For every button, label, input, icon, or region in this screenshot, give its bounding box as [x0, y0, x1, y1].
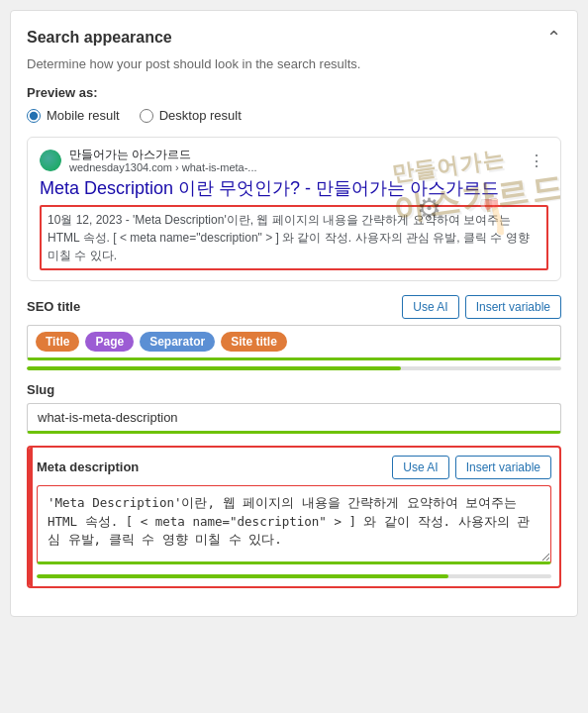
tag-page[interactable]: Page	[85, 332, 134, 352]
seo-title-tags-container[interactable]: Title Page Separator Site title	[27, 325, 561, 360]
site-favicon	[40, 150, 61, 171]
seo-title-actions: Use AI Insert variable	[402, 295, 561, 319]
slug-header: Slug	[27, 382, 561, 397]
preview-label: Preview as:	[27, 85, 561, 100]
slug-label: Slug	[27, 382, 54, 397]
tag-title[interactable]: Title	[36, 332, 79, 352]
seo-title-use-ai-button[interactable]: Use AI	[402, 295, 458, 319]
desktop-result-label: Desktop result	[159, 108, 242, 123]
meta-desc-insert-variable-button[interactable]: Insert variable	[455, 456, 551, 479]
site-info: 만들어가는 아스가르드 wednesday1304.com › what-is-…	[69, 148, 517, 173]
panel-subtitle: Determine how your post should look in t…	[27, 56, 561, 71]
seo-title-field: SEO title Use AI Insert variable Title P…	[27, 295, 561, 370]
mobile-result-option[interactable]: Mobile result	[27, 108, 120, 123]
collapse-icon[interactable]: ⌃	[546, 27, 561, 49]
slug-field: Slug	[27, 382, 561, 434]
meta-desc-left-accent	[29, 448, 33, 586]
seo-title-insert-variable-button[interactable]: Insert variable	[465, 295, 561, 319]
search-appearance-panel: Search appearance ⌃ Determine how your p…	[10, 10, 578, 617]
preview-options: Mobile result Desktop result	[27, 108, 561, 123]
site-name: 만들어가는 아스가르드	[69, 148, 517, 161]
search-result-title[interactable]: Meta Description 이란 무엇인가? - 만들어가는 아스가르드	[40, 177, 548, 200]
seo-title-label: SEO title	[27, 299, 80, 314]
search-preview-top: 만들어가는 아스가르드 wednesday1304.com › what-is-…	[40, 148, 548, 173]
site-url: wednesday1304.com › what-is-meta-...	[69, 161, 517, 173]
seo-title-progress-bar	[27, 366, 401, 370]
meta-desc-progress-bar	[37, 574, 448, 578]
seo-title-header: SEO title Use AI Insert variable	[27, 295, 561, 319]
search-preview-card: 만들어가는 아스가르드 wednesday1304.com › what-is-…	[27, 137, 561, 281]
meta-description-header: Meta description Use AI Insert variable	[37, 456, 551, 479]
more-options-icon[interactable]: ⋮	[525, 152, 548, 170]
meta-description-field: Meta description Use AI Insert variable …	[27, 446, 561, 588]
meta-description-actions: Use AI Insert variable	[392, 456, 551, 479]
tag-separator[interactable]: Separator	[140, 332, 215, 352]
tag-site-title[interactable]: Site title	[221, 332, 287, 352]
meta-description-textarea[interactable]: 'Meta Description'이란, 웹 페이지의 내용을 간략하게 요약…	[37, 485, 551, 564]
panel-header: Search appearance ⌃	[27, 27, 561, 49]
meta-description-label: Meta description	[37, 459, 139, 474]
wheel-icon: ⚙	[417, 192, 441, 225]
panel-title: Search appearance	[27, 29, 172, 47]
meta-desc-use-ai-button[interactable]: Use AI	[392, 456, 448, 479]
seo-title-progress-container	[27, 366, 561, 370]
desktop-result-option[interactable]: Desktop result	[140, 108, 242, 123]
desktop-radio[interactable]	[140, 109, 153, 123]
mobile-radio[interactable]	[27, 109, 41, 123]
slug-input[interactable]	[27, 403, 561, 434]
mobile-result-label: Mobile result	[47, 108, 120, 123]
meta-desc-progress-container	[37, 574, 551, 578]
